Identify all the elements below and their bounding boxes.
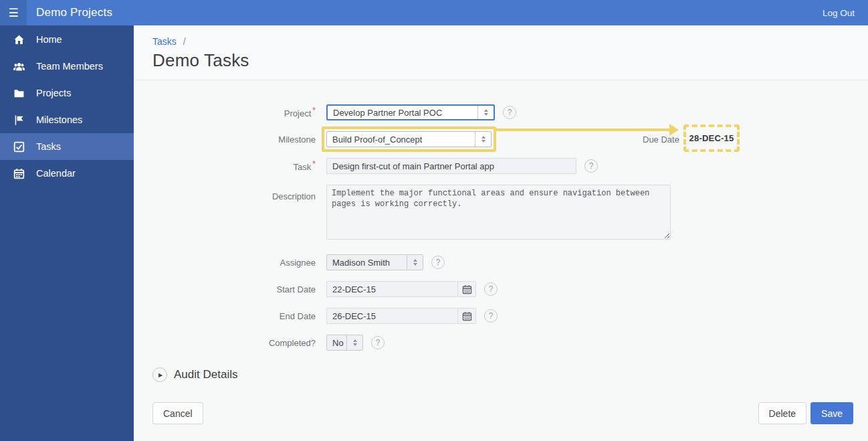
end-date-field-row: End Date ? bbox=[152, 302, 853, 329]
sidebar-item-label: Milestones bbox=[36, 114, 82, 125]
sidebar-item-label: Team Members bbox=[36, 61, 103, 72]
save-button[interactable]: Save bbox=[810, 402, 853, 424]
start-date-input[interactable] bbox=[326, 281, 458, 297]
end-date-help-icon[interactable]: ? bbox=[484, 309, 498, 323]
assignee-select[interactable]: Madison Smith bbox=[326, 254, 423, 270]
start-date-picker-button[interactable] bbox=[458, 281, 476, 297]
completed-select[interactable]: No bbox=[326, 335, 363, 351]
calendar-icon bbox=[462, 284, 472, 294]
project-select[interactable]: Develop Partner Portal POC bbox=[326, 104, 495, 120]
assignee-help-icon[interactable]: ? bbox=[431, 256, 445, 269]
description-field-row: Description Implement the major function… bbox=[152, 179, 853, 249]
milestones-flag-icon bbox=[13, 114, 25, 126]
sidebar-item-label: Calendar bbox=[36, 168, 76, 179]
sidebar-nav: Home Team Members Projects Milestones Ta… bbox=[0, 25, 134, 441]
task-help-icon[interactable]: ? bbox=[584, 159, 598, 173]
delete-button[interactable]: Delete bbox=[758, 402, 806, 424]
annotation-arrow-icon bbox=[496, 128, 669, 131]
project-help-icon[interactable]: ? bbox=[503, 106, 516, 119]
task-label: Task* bbox=[152, 159, 316, 172]
sidebar-item-team-members[interactable]: Team Members bbox=[0, 53, 134, 80]
required-marker: * bbox=[312, 106, 316, 115]
start-date-help-icon[interactable]: ? bbox=[484, 282, 498, 296]
project-field-row: Project* Develop Partner Portal POC ? bbox=[152, 99, 853, 126]
assignee-label: Assignee bbox=[152, 258, 316, 268]
end-date-input[interactable] bbox=[326, 308, 458, 324]
breadcrumb-link-tasks[interactable]: Tasks bbox=[152, 36, 177, 47]
top-navigation-bar: ☰ Demo Projects Log Out bbox=[0, 0, 868, 25]
projects-folder-icon bbox=[13, 88, 25, 99]
page-header: Tasks / Demo Tasks bbox=[134, 25, 868, 80]
sidebar-item-label: Projects bbox=[36, 88, 71, 98]
sidebar-item-tasks[interactable]: Tasks bbox=[0, 133, 134, 160]
end-date-picker-button[interactable] bbox=[458, 308, 476, 324]
sidebar-item-milestones[interactable]: Milestones bbox=[0, 106, 134, 133]
completed-label: Completed? bbox=[152, 338, 316, 348]
logout-link[interactable]: Log Out bbox=[823, 8, 855, 18]
sidebar-item-calendar[interactable]: Calendar bbox=[0, 160, 134, 187]
select-arrows-icon bbox=[475, 132, 491, 147]
tasks-check-icon bbox=[13, 141, 25, 153]
sidebar-item-projects[interactable]: Projects bbox=[0, 80, 134, 106]
description-label: Description bbox=[152, 179, 316, 201]
menu-toggle-button[interactable]: ☰ bbox=[0, 0, 27, 25]
due-date-value: 28-DEC-15 bbox=[689, 133, 734, 143]
calendar-icon bbox=[13, 168, 25, 179]
hamburger-icon: ☰ bbox=[8, 6, 18, 20]
breadcrumb-separator: / bbox=[183, 36, 186, 47]
select-arrows-icon bbox=[477, 106, 494, 119]
audit-details-region: ▶ Audit Details bbox=[152, 365, 853, 385]
milestone-field-row: Milestone Build Proof-of_Concept Due Dat… bbox=[152, 126, 853, 153]
start-date-label: Start Date bbox=[152, 284, 316, 294]
description-textarea[interactable]: Implement the major functional areas and… bbox=[326, 185, 671, 240]
select-arrows-icon bbox=[346, 335, 362, 350]
audit-details-expand-button[interactable]: ▶ bbox=[152, 367, 167, 382]
task-field-row: Task* ? bbox=[152, 153, 853, 179]
sidebar-item-label: Tasks bbox=[36, 141, 61, 152]
home-icon bbox=[13, 34, 25, 46]
milestone-label: Milestone bbox=[152, 135, 316, 145]
breadcrumb: Tasks / bbox=[152, 36, 849, 47]
start-date-field-row: Start Date ? bbox=[152, 276, 853, 302]
task-input[interactable] bbox=[326, 158, 576, 174]
sidebar-item-home[interactable]: Home bbox=[0, 26, 134, 53]
app-title: Demo Projects bbox=[36, 6, 112, 19]
team-members-icon bbox=[13, 61, 25, 72]
project-label: Project* bbox=[152, 106, 316, 118]
sidebar-item-label: Home bbox=[36, 34, 62, 45]
page-title: Demo Tasks bbox=[152, 50, 849, 71]
milestone-select[interactable]: Build Proof-of_Concept bbox=[326, 131, 492, 147]
select-arrows-icon bbox=[407, 255, 423, 270]
cancel-button[interactable]: Cancel bbox=[152, 402, 203, 424]
due-date-annotation-box: 28-DEC-15 bbox=[683, 124, 740, 152]
end-date-label: End Date bbox=[152, 311, 316, 321]
completed-field-row: Completed? No ? bbox=[152, 329, 853, 356]
milestone-highlight-annotation: Build Proof-of_Concept bbox=[322, 126, 496, 152]
expand-triangle-icon: ▶ bbox=[158, 372, 162, 378]
due-date-label: Due Date bbox=[643, 135, 679, 145]
completed-help-icon[interactable]: ? bbox=[371, 336, 385, 349]
required-marker: * bbox=[312, 159, 316, 169]
calendar-icon bbox=[462, 311, 472, 321]
form-button-bar: Cancel Delete Save bbox=[152, 402, 853, 424]
audit-details-label: Audit Details bbox=[174, 368, 237, 381]
assignee-field-row: Assignee Madison Smith ? bbox=[152, 249, 853, 276]
